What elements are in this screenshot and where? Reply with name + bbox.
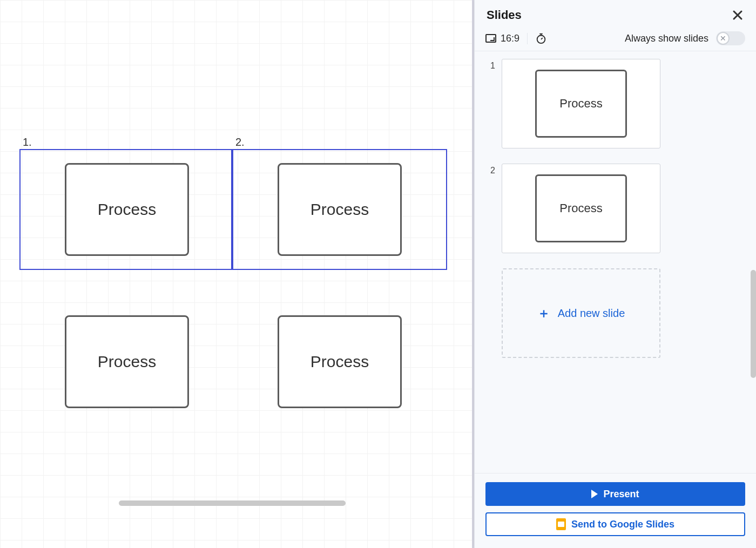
process-shape[interactable]: Process <box>278 315 402 408</box>
process-shape[interactable]: Process <box>65 163 189 256</box>
diagram-canvas[interactable]: 1. 2. Process Process Process Process <box>0 0 472 548</box>
process-shape[interactable]: Process <box>278 163 402 256</box>
aspect-ratio-value: 16:9 <box>501 33 519 44</box>
slide-frame-label: 1. <box>23 136 32 148</box>
thumbnail-process-shape: Process <box>535 174 627 242</box>
thumbnail-shape-label: Process <box>559 201 602 215</box>
panel-footer: Present Send to Google Slides <box>475 473 756 548</box>
add-slide-label: Add new slide <box>558 307 625 320</box>
slide-thumbnail[interactable]: Process <box>502 59 660 148</box>
play-icon <box>591 490 598 498</box>
aspect-ratio-icon <box>485 34 496 43</box>
slide-frame-label: 2. <box>235 136 245 148</box>
slides-panel: Slides 16:9 Always show slides ✕ <box>474 0 756 548</box>
shape-label: Process <box>98 353 156 371</box>
process-shape[interactable]: Process <box>65 315 189 408</box>
slide-thumbnail-row: 2 Process <box>487 164 744 253</box>
always-show-slides-label: Always show slides <box>625 33 708 44</box>
plus-icon: ＋ <box>537 305 550 322</box>
add-new-slide-button[interactable]: ＋ Add new slide <box>502 268 660 358</box>
slide-number: 2 <box>487 164 495 175</box>
slide-thumbnail-list[interactable]: 1 Process 2 Process ＋ Add new slide <box>475 51 756 473</box>
toggle-knob-off-icon: ✕ <box>717 32 730 45</box>
panel-title: Slides <box>487 8 522 22</box>
canvas-horizontal-scrollbar[interactable] <box>119 500 346 506</box>
slide-thumbnail-row: 1 Process <box>487 59 744 148</box>
slide-thumbnail[interactable]: Process <box>502 164 660 253</box>
aspect-ratio-button[interactable]: 16:9 <box>485 33 528 44</box>
panel-toolbar: 16:9 Always show slides ✕ <box>475 28 756 51</box>
present-label: Present <box>603 489 639 500</box>
panel-vertical-scrollbar[interactable] <box>751 270 756 378</box>
shape-label: Process <box>310 353 369 371</box>
thumbnail-process-shape: Process <box>535 70 627 138</box>
stopwatch-icon <box>535 32 547 44</box>
close-icon <box>732 10 743 21</box>
present-button[interactable]: Present <box>485 482 745 506</box>
close-panel-button[interactable] <box>730 8 745 23</box>
thumbnail-shape-label: Process <box>559 97 602 111</box>
send-to-google-slides-button[interactable]: Send to Google Slides <box>485 512 745 536</box>
shape-label: Process <box>98 200 156 219</box>
slide-number: 1 <box>487 59 495 71</box>
google-slides-label: Send to Google Slides <box>571 519 674 530</box>
shape-label: Process <box>310 200 369 219</box>
google-slides-icon <box>556 518 566 530</box>
always-show-slides-toggle[interactable]: ✕ <box>716 31 745 45</box>
slide-timing-button[interactable] <box>535 32 555 44</box>
